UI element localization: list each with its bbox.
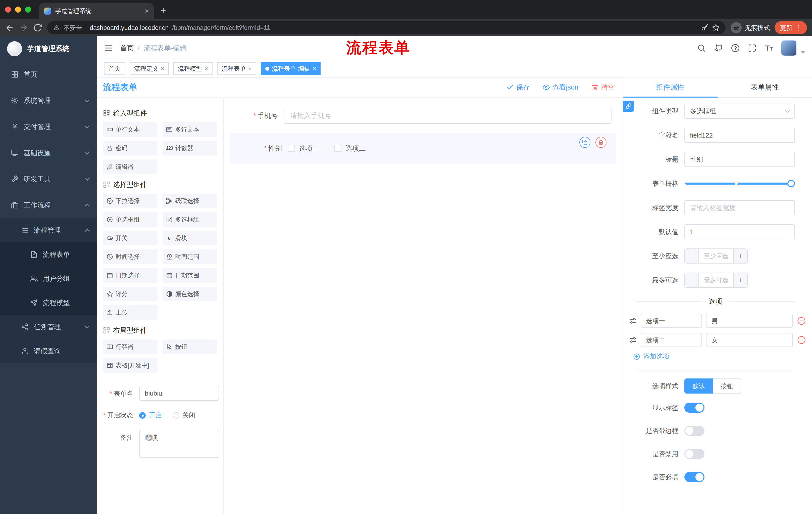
palette-item-button[interactable]: 按钮 (163, 340, 217, 354)
tab-form-props[interactable]: 表单属性 (718, 77, 812, 97)
sidebar-item-leave-query[interactable]: 请假查询 (0, 339, 97, 363)
palette-item-password[interactable]: 密码 (103, 141, 157, 155)
show-label-toggle[interactable] (685, 403, 704, 413)
palette-item-row-container[interactable]: 行容器 (103, 340, 157, 354)
form-name-input[interactable] (139, 386, 219, 401)
zoom-window-button[interactable] (25, 6, 31, 12)
status-off-radio[interactable]: 关闭 (173, 411, 196, 420)
sidebar-item-user-group[interactable]: 用户分组 (0, 267, 97, 291)
tag-close-icon[interactable]: × (248, 65, 252, 72)
help-icon[interactable]: ? (731, 44, 740, 52)
palette-item-counter[interactable]: 123计数器 (163, 141, 217, 155)
stepper-increase-button[interactable]: + (733, 273, 747, 287)
tag-close-icon[interactable]: × (161, 65, 164, 72)
palette-item-color-picker[interactable]: 颜色选择 (163, 287, 217, 301)
grid-slider[interactable] (685, 183, 791, 185)
sidebar-item-process-form[interactable]: 流程表单 (0, 242, 97, 267)
slider-handle[interactable] (787, 180, 795, 187)
phone-input[interactable] (284, 108, 611, 124)
github-icon[interactable] (714, 44, 723, 52)
min-select-input[interactable] (699, 249, 733, 263)
field-phone[interactable]: 手机号 (230, 106, 615, 126)
clear-button[interactable]: 清空 (591, 83, 614, 92)
option-label-input[interactable] (641, 314, 702, 328)
browser-menu-icon[interactable]: ⋮ (795, 24, 802, 32)
gender-option2-checkbox[interactable]: 选项二 (335, 144, 366, 153)
close-window-button[interactable] (5, 6, 11, 12)
minimize-window-button[interactable] (15, 6, 21, 12)
field-name-input[interactable] (685, 128, 795, 143)
palette-item-upload[interactable]: 上传 (103, 305, 157, 320)
palette-item-checkbox-group[interactable]: 多选框组 (163, 212, 217, 227)
status-on-radio[interactable]: 开启 (139, 411, 162, 420)
new-tab-button[interactable]: + (157, 4, 170, 17)
tag-close-icon[interactable]: × (204, 65, 208, 72)
option-label-input[interactable] (641, 333, 702, 347)
add-option-button[interactable]: 添加选项 (633, 352, 795, 361)
disabled-toggle[interactable] (685, 449, 704, 459)
stepper-increase-button[interactable]: + (733, 249, 747, 263)
tag-process-form[interactable]: 流程表单 × (217, 62, 256, 75)
font-size-icon[interactable]: TT (765, 44, 773, 52)
avatar[interactable] (781, 40, 796, 56)
copy-field-button[interactable] (579, 137, 590, 148)
drag-handle-icon[interactable] (629, 336, 637, 344)
palette-item-multi-text[interactable]: 多行文本 (163, 122, 217, 137)
breadcrumb-home[interactable]: 首页 (120, 44, 134, 53)
title-input[interactable] (685, 152, 795, 167)
sidebar-item-process-mgmt[interactable]: 流程管理 (0, 218, 97, 242)
palette-item-select[interactable]: 下拉选择 (103, 194, 157, 208)
form-remark-textarea[interactable]: 嘿嘿 (139, 430, 219, 458)
tag-close-icon[interactable]: × (313, 65, 316, 72)
tag-process-definition[interactable]: 流程定义 × (129, 62, 169, 75)
view-json-button[interactable]: 查看json (543, 83, 578, 92)
palette-item-time-picker[interactable]: 时间选择 (103, 249, 157, 264)
sidebar-item-process-model[interactable]: 流程模型 (0, 291, 97, 315)
sidebar-item-workflow[interactable]: 工作流程 (0, 192, 97, 218)
style-default-button[interactable]: 默认 (685, 378, 713, 394)
palette-item-table[interactable]: 表格[开发中] (103, 358, 157, 373)
fullscreen-icon[interactable] (748, 44, 756, 52)
forward-button[interactable] (19, 23, 28, 32)
password-key-icon[interactable] (701, 24, 708, 31)
sidebar-item-payment[interactable]: ¥ 支付管理 (0, 114, 97, 140)
option-value-input[interactable] (706, 333, 793, 347)
bookmark-star-icon[interactable] (712, 24, 720, 31)
remove-option-button[interactable] (797, 335, 806, 345)
palette-item-slider[interactable]: 滑块 (163, 231, 217, 245)
sidebar-item-system[interactable]: 系统管理 (0, 87, 97, 114)
remove-option-button[interactable] (797, 316, 806, 325)
sidebar-item-task-mgmt[interactable]: 任务管理 (0, 315, 97, 339)
style-button-button[interactable]: 按钮 (713, 378, 741, 394)
back-button[interactable] (5, 23, 14, 32)
max-select-input[interactable] (699, 273, 733, 287)
palette-item-time-range[interactable]: 时间范围 (163, 249, 217, 264)
drag-handle-icon[interactable] (629, 317, 637, 325)
palette-item-date-picker[interactable]: 日期选择 (103, 268, 157, 283)
label-width-input[interactable] (685, 200, 795, 215)
border-toggle[interactable] (685, 426, 704, 436)
gender-option1-checkbox[interactable]: 选项一 (288, 144, 319, 153)
palette-item-switch[interactable]: 开关 (103, 231, 157, 245)
palette-item-rate[interactable]: 评分 (103, 287, 157, 301)
incognito-badge[interactable]: 无痕模式 (731, 22, 770, 33)
browser-update-button[interactable]: 更新 ⋮ (775, 21, 807, 34)
stepper-decrease-button[interactable]: − (685, 273, 699, 287)
palette-item-cascader[interactable]: 级联选择 (163, 194, 217, 208)
reload-button[interactable] (33, 23, 42, 32)
sidebar-item-home[interactable]: 首页 (0, 61, 97, 87)
option-value-input[interactable] (706, 314, 793, 328)
link-chip[interactable] (623, 101, 634, 112)
tab-component-props[interactable]: 组件属性 (623, 77, 718, 97)
hamburger-icon[interactable] (104, 44, 113, 53)
stepper-decrease-button[interactable]: − (685, 249, 699, 263)
palette-item-single-text[interactable]: 单行文本 (103, 122, 157, 137)
palette-item-date-range[interactable]: 日期范围 (163, 268, 217, 283)
tag-process-form-edit[interactable]: 流程表单-编辑 × (261, 62, 321, 75)
component-type-select[interactable]: 多选框组 (685, 104, 795, 119)
required-toggle[interactable] (685, 472, 704, 482)
address-bar[interactable]: 不安全 dashboard.yudao.iocoder.cn /bpm/mana… (47, 21, 726, 34)
tag-process-model[interactable]: 流程模型 × (173, 62, 212, 75)
delete-field-button[interactable] (596, 137, 607, 148)
sidebar-item-infra[interactable]: 基础设施 (0, 140, 97, 166)
